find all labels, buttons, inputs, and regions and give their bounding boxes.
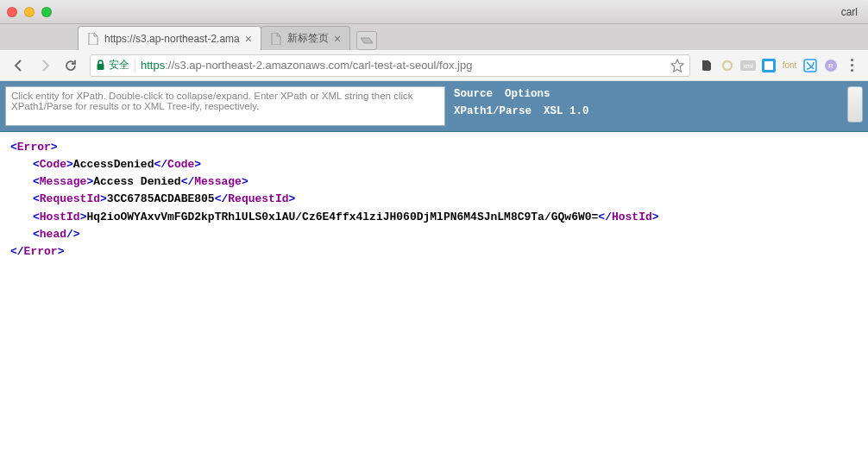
svg-text:xml: xml xyxy=(744,63,753,69)
xml-line[interactable]: <head/> xyxy=(10,226,858,243)
separator xyxy=(135,59,135,72)
scroll-thumb[interactable] xyxy=(847,86,863,123)
tab-title: https://s3.ap-northeast-2.ama xyxy=(104,33,240,45)
file-icon xyxy=(87,33,99,45)
minimize-window-button[interactable] xyxy=(24,7,35,17)
close-window-button[interactable] xyxy=(7,7,17,17)
browser-menu-button[interactable] xyxy=(842,59,861,72)
options-link[interactable]: Options xyxy=(505,88,550,100)
maximize-window-button[interactable] xyxy=(41,7,52,17)
xml-line[interactable]: <HostId>Hq2ioOWYAxvVmFGD2kpTRhlULS0xlAU/… xyxy=(10,209,858,226)
window-titlebar: carl xyxy=(0,0,868,24)
xml-line[interactable]: </Error> xyxy=(10,243,858,261)
xml-content: <Error> <Code>AccessDenied</Code> <Messa… xyxy=(0,132,868,267)
traffic-lights xyxy=(7,7,52,17)
extension-icon[interactable] xyxy=(718,56,737,75)
lock-icon xyxy=(96,60,105,71)
xml-line[interactable]: <RequestId>3CC6785ACDABE805</RequestId> xyxy=(10,191,858,208)
xpath-input[interactable] xyxy=(5,86,445,126)
profile-name[interactable]: carl xyxy=(841,6,858,18)
extension-icon[interactable] xyxy=(801,56,820,75)
svg-rect-5 xyxy=(764,61,773,70)
forward-button[interactable] xyxy=(33,54,57,77)
new-tab-button[interactable] xyxy=(356,31,377,50)
browser-tab-2[interactable]: 新标签页 × xyxy=(261,26,350,50)
xml-viewer-toolbar: Source Options XPath1/Parse XSL 1.0 xyxy=(0,81,868,132)
xsl-link[interactable]: XSL 1.0 xyxy=(544,105,589,117)
svg-point-1 xyxy=(723,61,732,70)
url-text: https://s3.ap-northeast-2.amazonaws.com/… xyxy=(141,59,472,72)
address-bar[interactable]: 安全 https://s3.ap-northeast-2.amazonaws.c… xyxy=(90,54,690,77)
reload-button[interactable] xyxy=(59,54,83,77)
tab-strip: https://s3.ap-northeast-2.ama × 新标签页 × xyxy=(0,24,868,50)
extension-evernote-icon[interactable] xyxy=(697,56,716,75)
browser-tab-1[interactable]: https://s3.ap-northeast-2.ama × xyxy=(78,26,261,50)
close-tab-icon[interactable]: × xyxy=(245,32,252,46)
bookmark-star-icon[interactable] xyxy=(670,59,684,72)
xpath-parse-link[interactable]: XPath1/Parse xyxy=(454,105,531,117)
svg-text:R: R xyxy=(828,62,833,70)
extension-icon[interactable] xyxy=(759,56,778,75)
extension-icon[interactable]: R xyxy=(821,56,840,75)
back-button[interactable] xyxy=(7,54,31,77)
browser-toolbar: 安全 https://s3.ap-northeast-2.amazonaws.c… xyxy=(0,50,868,81)
extension-icon[interactable]: xml xyxy=(739,56,758,75)
secure-badge[interactable]: 安全 xyxy=(96,58,129,72)
svg-rect-0 xyxy=(97,64,104,70)
close-tab-icon[interactable]: × xyxy=(334,32,341,46)
xml-line[interactable]: <Error> xyxy=(10,139,858,156)
xml-viewer-menu: Source Options XPath1/Parse XSL 1.0 xyxy=(454,86,589,117)
extension-font-icon[interactable]: font xyxy=(780,56,799,75)
source-link[interactable]: Source xyxy=(454,88,493,100)
nav-buttons xyxy=(7,54,83,77)
tab-title: 新标签页 xyxy=(287,31,329,46)
xml-line[interactable]: <Message>Access Denied</Message> xyxy=(10,173,858,191)
extensions-area: xml font R xyxy=(697,56,861,75)
secure-label: 安全 xyxy=(109,58,129,72)
xml-line[interactable]: <Code>AccessDenied</Code> xyxy=(10,156,858,173)
file-icon xyxy=(270,33,282,45)
